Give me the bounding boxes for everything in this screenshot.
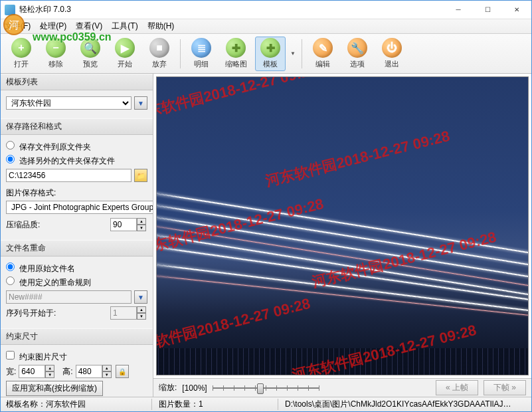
edit-button[interactable]: ✎编辑: [308, 37, 338, 71]
quality-spinner[interactable]: ▲▼: [110, 218, 147, 231]
toolbar: +打开 −移除 🔍预览 ▶开始 ■放弃 ≣明细 ✚缩略图 ✚模板 ▼ ✎编辑 🔧…: [1, 34, 531, 74]
menu-file[interactable]: 文件(F): [5, 21, 31, 32]
status-template: 模板名称：河东软件园: [6, 399, 152, 410]
constrain-header: 约束尺寸: [1, 328, 153, 345]
options-button[interactable]: 🔧选项: [342, 37, 373, 71]
apply-size-button[interactable]: 应用宽和高(按比例缩放): [6, 381, 103, 396]
detail-button[interactable]: ≣明细: [186, 37, 217, 71]
rename-custom-radio[interactable]: 使用定义的重命规则: [6, 276, 91, 288]
format-label: 图片保存格式:: [6, 187, 56, 199]
watermark-overlay: 河东软件园2018-12-27 09:28: [156, 76, 319, 125]
zoom-thumb[interactable]: [257, 383, 264, 394]
rename-pattern-button[interactable]: ▼: [134, 290, 147, 304]
template-dropdown-button[interactable]: ▼: [134, 96, 147, 110]
status-path: D:\tools\桌面\图片\ChMkJld2O1KIYcasAAfEkkY3G…: [285, 399, 519, 410]
abort-button[interactable]: ■放弃: [144, 37, 175, 71]
zoom-slider[interactable]: [213, 381, 319, 395]
save-original-radio[interactable]: 保存文件到原文件夹: [6, 141, 91, 153]
template-select[interactable]: 河东软件园: [6, 96, 132, 110]
window-title: 轻松水印 7.0.3: [19, 4, 444, 15]
minimize-button[interactable]: ─: [444, 1, 473, 19]
menu-help[interactable]: 帮助(H): [147, 21, 175, 32]
toolbar-separator: [302, 39, 302, 68]
rename-original-radio[interactable]: 使用原始文件名: [6, 262, 75, 274]
wrench-icon: 🔧: [347, 38, 367, 58]
height-label: 高:: [62, 366, 72, 377]
preview-image: 河东软件园2018-12-27 09:28 河东软件园2018-12-27 09…: [156, 76, 529, 375]
rename-pattern-input: [6, 290, 132, 304]
template-button[interactable]: ✚模板: [255, 37, 286, 71]
zoom-value: [100%]: [182, 383, 207, 393]
seq-start-label: 序列号开始于:: [6, 308, 56, 319]
pencil-icon: ✎: [313, 38, 333, 58]
width-spinner[interactable]: ▲▼: [19, 365, 56, 378]
preview-button[interactable]: 🔍预览: [75, 37, 106, 71]
minus-icon: −: [46, 38, 66, 58]
open-button[interactable]: +打开: [6, 37, 37, 71]
prev-frame-button[interactable]: « 上帧: [436, 380, 478, 395]
preview-controls: 缩放: [100%] « 上帧 下帧 »: [153, 378, 531, 397]
puzzle-icon: ✚: [226, 38, 246, 58]
search-icon: 🔍: [80, 38, 100, 58]
height-spinner[interactable]: ▲▼: [76, 365, 113, 378]
width-label: 宽:: [6, 366, 16, 377]
rename-header: 文件名重命: [1, 240, 153, 257]
save-header: 保存路径和格式: [1, 118, 153, 135]
plus-icon: +: [11, 38, 31, 58]
browse-folder-button[interactable]: 📁: [134, 169, 147, 182]
close-button[interactable]: ✕: [502, 1, 531, 19]
zoom-label: 缩放:: [159, 382, 177, 393]
lock-aspect-button[interactable]: 🔒: [116, 365, 129, 378]
statusbar: 模板名称：河东软件园 图片数量：1 D:\tools\桌面\图片\ChMkJld…: [1, 397, 531, 411]
format-select[interactable]: JPG - Joint Photographic Experts Group: [6, 201, 153, 214]
stop-icon: ■: [149, 38, 169, 58]
status-count: 图片数量：1: [159, 399, 278, 410]
remove-button[interactable]: −移除: [41, 37, 71, 71]
power-icon: ⏻: [382, 38, 402, 58]
preview-pane: 河东软件园2018-12-27 09:28 河东软件园2018-12-27 09…: [153, 74, 531, 397]
menu-tools[interactable]: 工具(T): [112, 21, 137, 32]
list-icon: ≣: [191, 38, 211, 58]
constrain-checkbox[interactable]: 约束图片尺寸: [6, 351, 67, 363]
template-list-header: 模板列表: [1, 74, 153, 90]
save-path-input[interactable]: [6, 169, 132, 182]
watermark-overlay: 河东软件园2018-12-27 09:28: [264, 126, 452, 191]
exit-button[interactable]: ⏻退出: [377, 37, 407, 71]
next-frame-button[interactable]: 下帧 »: [484, 380, 526, 395]
play-icon: ▶: [115, 38, 135, 58]
menubar: 文件(F) 处理(P) 查看(V) 工具(T) 帮助(H): [1, 19, 531, 34]
titlebar: 轻松水印 7.0.3 ─ ☐ ✕: [1, 1, 531, 19]
maximize-button[interactable]: ☐: [473, 1, 502, 19]
template-dropdown[interactable]: ▼: [290, 51, 296, 56]
thumbnail-button[interactable]: ✚缩略图: [221, 37, 251, 71]
menu-view[interactable]: 查看(V): [76, 21, 102, 32]
sidebar: 模板列表 河东软件园 ▼ 保存路径和格式 保存文件到原文件夹 选择另外的文件夹保…: [1, 74, 153, 397]
toolbar-separator: [180, 39, 181, 68]
seq-start-spinner[interactable]: ▲▼: [110, 306, 147, 320]
start-button[interactable]: ▶开始: [110, 37, 140, 71]
menu-process[interactable]: 处理(P): [40, 21, 66, 32]
app-icon: [5, 5, 15, 15]
quality-label: 压缩品质:: [6, 219, 40, 231]
puzzle-icon: ✚: [260, 38, 280, 58]
save-other-radio[interactable]: 选择另外的文件夹保存文件: [6, 155, 115, 167]
